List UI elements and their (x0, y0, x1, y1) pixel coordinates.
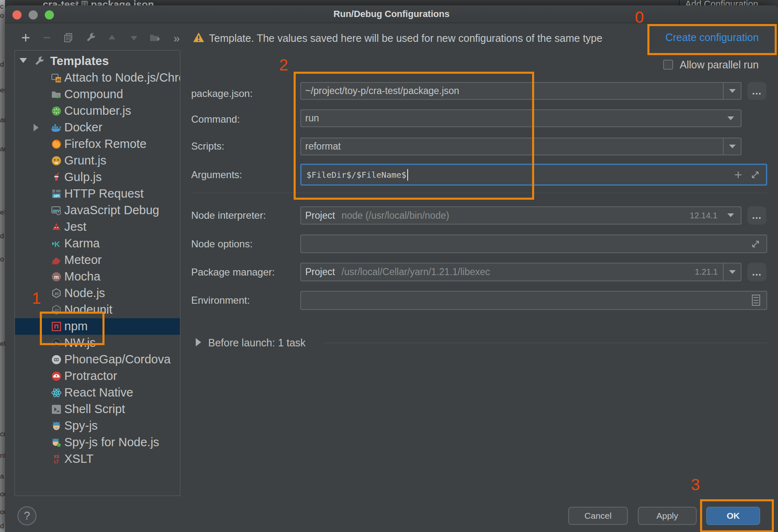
edit-templates-icon (85, 32, 96, 45)
react-icon (51, 387, 62, 398)
help-button[interactable]: ? (17, 506, 36, 525)
tree-item-compound[interactable]: Compound (15, 86, 180, 103)
cucumber-icon (51, 105, 62, 116)
allow-parallel-run-checkbox[interactable] (663, 60, 673, 70)
remove-icon (41, 32, 52, 45)
apply-button[interactable]: Apply (638, 507, 697, 525)
node-interpreter-combobox[interactable]: Project node (/usr/local/bin/node) 12.14… (300, 206, 742, 225)
background-text-fragment: ar (0, 116, 5, 124)
move-up-toolbar-button[interactable] (105, 31, 119, 46)
tree-item-spy-js-node[interactable]: Spy-js for Node.js (15, 434, 180, 451)
background-breadcrumb-bar: cra-test / { } package.json Add Configur… (5, 0, 778, 5)
meteor-icon (51, 254, 62, 266)
annotation-box-0: Create configuration (647, 24, 777, 55)
collapsed-arrow-icon[interactable] (34, 124, 39, 131)
tree-item-firefox-remote[interactable]: Firefox Remote (15, 136, 180, 152)
screen: codesarareSdoelcrnfaououd cra-test / { }… (0, 0, 778, 532)
new-folder-toolbar-button[interactable] (148, 31, 162, 46)
tree-item-phonegap[interactable]: PhoneGap/Cordova (15, 351, 180, 368)
background-text-fragment: ou (0, 508, 5, 516)
nodejs-icon: JS (51, 288, 62, 299)
tree-item-mocha[interactable]: mMocha (15, 268, 180, 285)
tree-item-protractor[interactable]: Protractor (15, 368, 180, 384)
environment-variables-icon[interactable] (752, 295, 760, 306)
http-icon: API (51, 188, 62, 199)
template-warning-text: Template. The values saved here will be … (209, 33, 603, 44)
tree-item-http-request[interactable]: APIHTTP Request (15, 186, 180, 202)
tree-item-jest[interactable]: Jest (15, 219, 180, 235)
chevron-down-icon (729, 89, 736, 93)
node-interpreter-browse-button[interactable]: ... (747, 206, 766, 225)
add-configuration-button[interactable]: Add Configuration... (685, 0, 766, 5)
copy-toolbar-button[interactable] (61, 31, 75, 46)
chevron-down-icon (729, 270, 736, 274)
insert-macro-icon[interactable] (734, 170, 743, 181)
chevron-down-icon[interactable] (727, 116, 734, 120)
background-text-fragment: c (0, 2, 4, 11)
mocha-icon: m (51, 271, 62, 282)
expand-field-icon[interactable] (751, 170, 760, 181)
more-icon: » (173, 32, 180, 45)
environment-label: Environment: (191, 291, 250, 310)
dialog-title: Run/Debug Configurations (5, 9, 778, 19)
dialog-titlebar[interactable]: Run/Debug Configurations (5, 5, 778, 23)
package-manager-browse-button[interactable]: ... (747, 263, 766, 281)
scripts-dropdown-button[interactable] (723, 138, 741, 155)
background-text-fragment: el (0, 340, 5, 348)
more-toolbar-button[interactable]: » (170, 31, 184, 46)
expand-field-icon[interactable] (751, 239, 760, 250)
remove-toolbar-button[interactable] (40, 31, 54, 46)
grunt-icon (51, 155, 62, 166)
package-manager-label: Package manager: (191, 263, 275, 281)
new-folder-icon (149, 32, 161, 45)
tree-item-javascript-debug[interactable]: JavaScript Debug (15, 202, 180, 219)
chevron-down-icon[interactable] (727, 213, 734, 217)
svg-text:LT: LT (54, 459, 58, 464)
tree-item-xslt[interactable]: XSLTXSLT (15, 451, 180, 467)
annotation-digit-0: 0 (635, 8, 644, 27)
create-configuration-link[interactable]: Create configuration (649, 26, 775, 49)
tree-item-gulp[interactable]: Gulp.js (15, 169, 180, 186)
breadcrumb-separator: / (75, 0, 78, 5)
annotation-digit-1: 1 (32, 289, 41, 307)
package-json-browse-button[interactable]: ... (747, 82, 766, 100)
tree-item-templates[interactable]: Templates (15, 53, 180, 70)
tree-item-grunt[interactable]: Grunt.js (15, 152, 180, 169)
annotation-digit-2: 2 (279, 56, 288, 74)
tree-item-spy-js[interactable]: Spy-js (15, 418, 180, 434)
node-options-input[interactable] (300, 235, 767, 253)
background-window-strip: codesarareSdoelcrnfaououd (0, 0, 5, 532)
add-toolbar-button[interactable] (19, 31, 33, 46)
expanded-arrow-icon[interactable] (19, 58, 27, 63)
gulp-icon (51, 172, 62, 183)
tree-item-docker[interactable]: Docker (15, 119, 180, 136)
tree-item-react-native[interactable]: React Native (15, 384, 180, 401)
compound-icon (51, 89, 62, 100)
package-manager-version: 1.21.1 (695, 264, 718, 281)
background-text-fragment: eS (0, 208, 5, 217)
package-manager-combobox[interactable]: Project /usr/local/Cellar/yarn/1.21.1/li… (300, 263, 742, 281)
allow-parallel-run-label: Allow parallel run (680, 59, 759, 71)
attach-icon: JS (51, 72, 62, 83)
package-manager-dropdown-button[interactable] (723, 264, 741, 281)
tree-item-attach-nodejs[interactable]: JSAttach to Node.js/Chrome (15, 70, 180, 86)
package-json-dropdown-button[interactable] (723, 83, 741, 99)
before-launch-expander[interactable] (196, 338, 201, 346)
background-text-fragment: d (0, 522, 4, 530)
tree-item-shell-script[interactable]: Shell Script (15, 401, 180, 418)
spyjs-icon (51, 420, 62, 431)
annotation-box-3 (700, 499, 774, 532)
cancel-button[interactable]: Cancel (568, 507, 628, 525)
tree-item-meteor[interactable]: Meteor (15, 252, 180, 268)
edit-templates-toolbar-button[interactable] (84, 31, 98, 46)
tree-item-karma[interactable]: KKarma (15, 235, 180, 252)
command-label: Command: (191, 111, 240, 128)
svg-text:m: m (54, 274, 59, 280)
tree-item-cucumber[interactable]: Cucumber.js (15, 103, 180, 119)
before-launch-label[interactable]: Before launch: 1 task (208, 337, 306, 349)
add-icon (20, 32, 31, 45)
jest-icon (51, 221, 62, 232)
package-json-file-icon: { } (81, 1, 88, 5)
move-down-toolbar-button[interactable] (127, 31, 141, 46)
environment-input[interactable] (300, 291, 767, 310)
